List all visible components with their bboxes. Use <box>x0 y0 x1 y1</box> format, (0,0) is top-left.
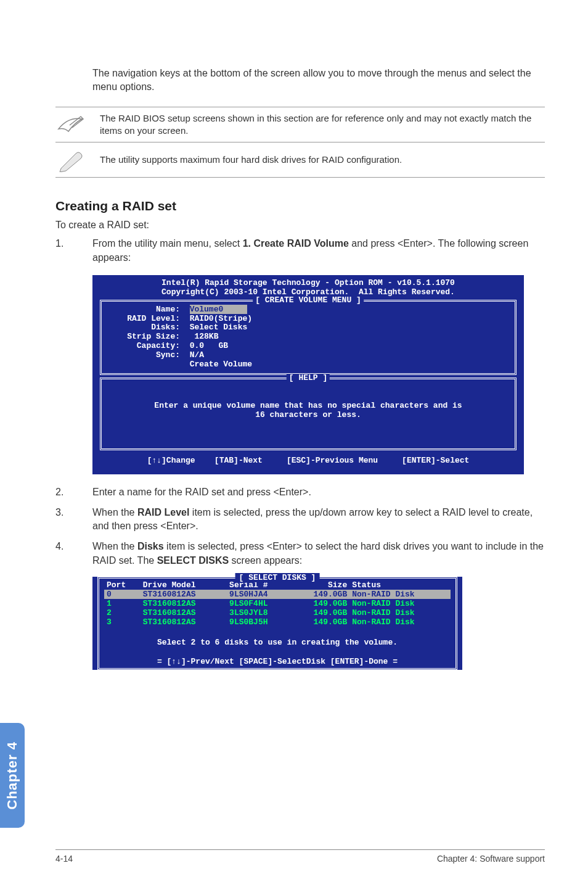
cell-port: 1 <box>104 599 141 608</box>
bios-create-frame: Name: Volume0 RAID Level: RAID0(Stripe) … <box>100 300 517 376</box>
chapter-title-footer: Chapter 4: Software support <box>437 854 545 864</box>
disks-footer: = [↑↓]-Prev/Next [SPACE]-SelectDisk [ENT… <box>104 657 451 666</box>
cell-status: Non-RAID Disk <box>349 617 451 627</box>
cell-serial: 3LS0JYL8 <box>227 608 292 617</box>
bios-field-capacity: Capacity: 0.0 GB <box>108 342 508 351</box>
subtext: To create a RAID set: <box>55 220 588 231</box>
bios-field-name: Name: Volume0 <box>108 305 508 315</box>
bios-select-disks-screen: Port Drive Model Serial # Size Status 0 … <box>92 577 462 670</box>
bios-title1: Intel(R) Rapid Storage Technology - Opti… <box>92 279 524 288</box>
step-1-bold: 1. Create RAID Volume <box>243 238 349 249</box>
table-row: 3 ST3160812AS 9LS0BJ5H 149.0GB Non-RAID … <box>104 617 451 627</box>
bios-field-sync: Sync: N/A <box>108 351 508 360</box>
cell-serial: 9LS0BJ5H <box>227 617 292 627</box>
cell-model: ST3160812AS <box>141 608 227 617</box>
cell-serial: 9LS0HJA4 <box>227 590 292 599</box>
step-4-pre: When the <box>92 541 137 551</box>
note-reference: The RAID BIOS setup screens shown in thi… <box>55 107 545 143</box>
bios-cap-value: 0.0 GB <box>190 341 228 350</box>
bios-raid-value: RAID0(Stripe) <box>190 314 252 323</box>
note-utility: The utility supports maximum four hard d… <box>55 142 545 178</box>
bios-disks-value: Select Disks <box>190 323 248 332</box>
bios-field-raid: RAID Level: RAID0(Stripe) <box>108 315 508 324</box>
cell-size: 149.0GB <box>292 599 350 608</box>
step-3-pre: When the <box>92 507 137 518</box>
bios-strip-value: 128KB <box>190 332 219 341</box>
cell-status: Non-RAID Disk <box>349 590 451 599</box>
bios-field-strip: Strip Size: 128KB <box>108 332 508 342</box>
bios-sync-label: Sync: <box>108 350 190 360</box>
bios-strip-label: Strip Size: <box>108 332 190 341</box>
cell-status: Non-RAID Disk <box>349 599 451 608</box>
step-4-bold2: SELECT DISKS <box>157 555 229 566</box>
cell-size: 149.0GB <box>292 608 350 617</box>
disks-message: Select 2 to 6 disks to use in creating t… <box>104 627 451 658</box>
table-row: 2 ST3160812AS 3LS0JYL8 149.0GB Non-RAID … <box>104 608 451 617</box>
bios-help-frame: Enter a unique volume name that has no s… <box>100 377 517 450</box>
step-4-number: 4. <box>55 540 92 567</box>
bios-cap-label: Capacity: <box>108 341 190 350</box>
bios-field-create: Create Volume <box>108 360 508 369</box>
heading-creating-raid: Creating a RAID set <box>55 199 588 213</box>
cell-port: 3 <box>104 617 141 627</box>
bios-create-value: Create Volume <box>190 360 252 369</box>
step-3-bold: RAID Level <box>137 507 189 518</box>
disks-footer-text: [↑↓]-Prev/Next [SPACE]-SelectDisk [ENTER… <box>167 657 388 666</box>
step-3: 3. When the RAID Level item is selected,… <box>55 506 545 534</box>
note2-text: The utility supports maximum four hard d… <box>100 154 402 166</box>
cell-model: ST3160812AS <box>141 617 227 627</box>
cell-model: ST3160812AS <box>141 590 227 599</box>
bios-sync-value: N/A <box>190 350 204 360</box>
cell-port: 0 <box>104 590 141 599</box>
chapter-side-label: Chapter 4 <box>4 741 20 809</box>
pen-icon <box>55 147 86 172</box>
table-row: 1 ST3160812AS 9LS0F4HL 149.0GB Non-RAID … <box>104 599 451 608</box>
bios-create-volume-screen: Intel(R) Rapid Storage Technology - Opti… <box>92 275 524 474</box>
cell-serial: 9LS0F4HL <box>227 599 292 608</box>
hdr-size: Size <box>292 580 350 590</box>
step-2-number: 2. <box>55 485 92 500</box>
bios-create-label <box>108 360 190 369</box>
page-footer: 4-14 Chapter 4: Software support <box>55 849 545 864</box>
step-4-body: When the Disks item is selected, press <… <box>92 540 545 567</box>
hdr-model: Drive Model <box>141 580 227 590</box>
intro-paragraph: The navigation keys at the bottom of the… <box>92 0 545 94</box>
hdr-serial: Serial # <box>227 580 292 590</box>
disks-frame: Port Drive Model Serial # Size Status 0 … <box>97 577 457 670</box>
disks-table: Port Drive Model Serial # Size Status 0 … <box>104 580 451 627</box>
chapter-side-tab: Chapter 4 <box>0 723 25 828</box>
bios-name-value: Volume0 <box>190 305 224 314</box>
step-1-body: From the utility main menu, select 1. Cr… <box>92 237 545 265</box>
page-number: 4-14 <box>55 854 73 864</box>
step-2-body: Enter a name for the RAID set and press … <box>92 485 545 500</box>
table-row: 0 ST3160812AS 9LS0HJA4 149.0GB Non-RAID … <box>104 590 451 599</box>
step-4: 4. When the Disks item is selected, pres… <box>55 540 545 567</box>
cell-status: Non-RAID Disk <box>349 608 451 617</box>
disks-header-row: Port Drive Model Serial # Size Status <box>104 580 451 590</box>
bios-disks-label: Disks: <box>108 323 190 332</box>
step-2: 2. Enter a name for the RAID set and pre… <box>55 485 545 500</box>
step-4-bold1: Disks <box>137 541 164 551</box>
bios-raid-label: RAID Level: <box>108 314 190 323</box>
bios-help-text: Enter a unique volume name that has no s… <box>108 383 508 445</box>
step-1-number: 1. <box>55 237 92 265</box>
step-3-body: When the RAID Level item is selected, pr… <box>92 506 545 534</box>
hdr-port: Port <box>104 580 141 590</box>
note1-text: The RAID BIOS setup screens shown in thi… <box>100 112 545 138</box>
cell-size: 149.0GB <box>292 590 350 599</box>
step-1: 1. From the utility main menu, select 1.… <box>55 237 545 265</box>
bios-name-label: Name: <box>108 305 190 314</box>
bios-field-disks: Disks: Select Disks <box>108 323 508 332</box>
cell-model: ST3160812AS <box>141 599 227 608</box>
bios-footer: [↑↓]Change [TAB]-Next [ESC]-Previous Men… <box>92 453 524 471</box>
step-4-post: screen appears: <box>229 555 302 566</box>
hdr-status: Status <box>349 580 451 590</box>
note-icon <box>55 114 86 135</box>
step-1-pre: From the utility main menu, select <box>92 238 243 249</box>
cell-port: 2 <box>104 608 141 617</box>
step-3-number: 3. <box>55 506 92 534</box>
cell-size: 149.0GB <box>292 617 350 627</box>
